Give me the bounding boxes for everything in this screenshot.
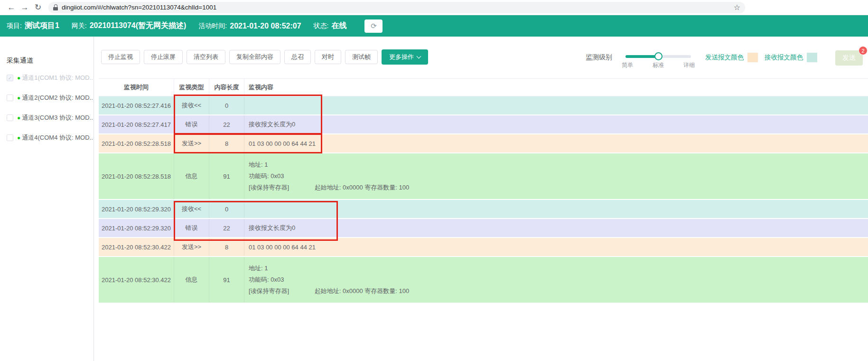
cell-content: 地址: 1 功能码: 0x03 [读保持寄存器] 起始地址: 0x0000 寄存… — [244, 153, 868, 199]
channel-3-checkbox[interactable] — [7, 114, 13, 121]
toolbar: 停止监视 停止滚屏 清空列表 复制全部内容 总召 对时 测试帧 更多操作 — [101, 49, 428, 65]
slider-tick-simple: 简单 — [622, 61, 633, 69]
channel-1-checkbox[interactable]: ✓ — [7, 75, 13, 81]
browser-chrome: ← → ↻ dingiiot.com/#/chlwatch?sn=2021011… — [0, 0, 868, 15]
cell-time: 2021-01-20 08:52:27.417 — [99, 115, 174, 133]
channel-2-label: 通道2(COM2 协议: MOD... — [22, 94, 93, 102]
bookmark-star-icon[interactable]: ☆ — [734, 3, 740, 12]
cell-type: 信息 — [174, 257, 209, 303]
channel-2-checkbox[interactable] — [7, 95, 13, 101]
cell-content — [244, 96, 868, 114]
cell-length: 22 — [209, 219, 244, 237]
status-value: 在线 — [331, 21, 346, 31]
cell-length: 8 — [209, 238, 244, 256]
cell-time: 2021-01-20 08:52:27.416 — [99, 96, 174, 114]
cell-time: 2021-01-20 08:52:29.320 — [99, 219, 174, 237]
cell-type: 错误 — [174, 219, 209, 237]
monitor-level-label: 监测级别 — [586, 53, 612, 62]
forward-icon[interactable]: → — [18, 1, 31, 14]
info-function-code: 功能码: 0x03 — [249, 276, 865, 284]
cell-type: 发送>> — [174, 238, 209, 256]
info-content: 地址: 1 功能码: 0x03 [读保持寄存器] 起始地址: 0x0000 寄存… — [249, 161, 865, 192]
table-row: 2021-01-20 08:52:27.416 接收<< 0 — [99, 96, 868, 115]
header-watch-content: 监视内容 — [244, 79, 868, 96]
info-register-detail: 起始地址: 0x0000 寄存器数量: 100 — [315, 287, 409, 294]
cell-length: 91 — [209, 153, 244, 199]
channel-3-label: 通道3(COM3 协议: MOD... — [22, 114, 93, 122]
slider-fill — [625, 55, 658, 58]
table-row: 2021-01-20 08:52:29.320 错误 22 接收报文长度为0 — [99, 219, 868, 238]
cell-content: 01 03 00 00 00 64 44 21 — [244, 238, 868, 256]
table-row: 2021-01-20 08:52:30.422 发送>> 8 01 03 00 … — [99, 238, 868, 257]
cell-content: 接收报文长度为0 — [244, 115, 868, 133]
cell-length: 8 — [209, 134, 244, 152]
recv-color-swatch[interactable] — [807, 53, 817, 62]
slider-handle[interactable] — [654, 52, 663, 60]
table-row: 2021-01-20 08:52:27.417 错误 22 接收报文长度为0 — [99, 115, 868, 134]
table-row: 2021-01-20 08:52:30.422 信息 91 地址: 1 功能码:… — [99, 257, 868, 304]
sidebar-item-channel-3[interactable]: ● 通道3(COM3 协议: MOD... — [7, 114, 93, 122]
sidebar-item-channel-4[interactable]: ● 通道4(COM4 协议: MOD... — [7, 133, 93, 142]
gateway-value: 20210113074(暂无网关描述) — [90, 21, 187, 31]
cell-type: 接收<< — [174, 200, 209, 218]
gateway-label: 网关: — [72, 22, 87, 30]
more-actions-button[interactable]: 更多操作 — [382, 49, 428, 65]
active-time-label: 活动时间: — [198, 22, 227, 30]
time-sync-button[interactable]: 对时 — [315, 50, 341, 64]
info-function-code: 功能码: 0x03 — [249, 172, 865, 180]
more-actions-label: 更多操作 — [389, 53, 414, 61]
reload-icon[interactable]: ↻ — [31, 1, 45, 14]
url-bar[interactable]: dingiiot.com/#/chlwatch?sn=20210113074&c… — [48, 2, 745, 13]
packet-color-legend: 发送报文颜色 接收报文颜色 — [705, 53, 824, 62]
cell-type: 信息 — [174, 153, 209, 199]
sidebar-item-channel-2[interactable]: ● 通道2(COM2 协议: MOD... — [7, 94, 93, 102]
monitor-level-slider[interactable]: 简单 标准 详细 — [625, 51, 691, 67]
table-row: 2021-01-20 08:52:29.320 接收<< 0 — [99, 200, 868, 219]
sidebar-title: 采集通道 — [7, 57, 93, 65]
info-address: 地址: 1 — [249, 264, 865, 273]
send-button-wrap: 发送 2 — [835, 50, 863, 66]
cell-time: 2021-01-20 08:52:29.320 — [99, 200, 174, 218]
cell-content: 01 03 00 00 00 64 44 21 — [244, 134, 868, 152]
refresh-button[interactable]: ⟳ — [364, 19, 383, 33]
copy-all-button[interactable]: 复制全部内容 — [229, 50, 280, 64]
cell-time: 2021-01-20 08:52:30.422 — [99, 238, 174, 256]
slider-ticks: 简单 标准 详细 — [625, 61, 691, 68]
project-label: 项目: — [7, 22, 22, 30]
slider-tick-detail: 详细 — [683, 61, 695, 69]
refresh-icon: ⟳ — [371, 22, 377, 30]
info-register: [读保持寄存器] 起始地址: 0x0000 寄存器数量: 100 — [249, 183, 865, 192]
back-icon[interactable]: ← — [5, 1, 18, 14]
project-value: 测试项目1 — [25, 21, 59, 31]
info-address: 地址: 1 — [249, 161, 865, 169]
slider-tick-standard: 标准 — [653, 61, 664, 69]
clear-list-button[interactable]: 清空列表 — [187, 50, 225, 64]
send-color-swatch[interactable] — [747, 53, 758, 62]
general-call-button[interactable]: 总召 — [284, 50, 311, 64]
stop-scroll-button[interactable]: 停止滚屏 — [144, 50, 183, 64]
lock-icon — [53, 4, 58, 10]
channel-1-label: 通道1(COM1 协议: MOD... — [22, 74, 93, 82]
cell-length: 91 — [209, 257, 244, 303]
recv-color-label: 接收报文颜色 — [765, 53, 803, 62]
channel-4-checkbox[interactable] — [7, 134, 13, 141]
table-header-row: 监视时间 监视类型 内容长度 监视内容 — [99, 78, 868, 96]
status-label: 状态: — [314, 22, 329, 30]
header-watch-time: 监视时间 — [99, 79, 174, 96]
info-register-bracket: [读保持寄存器] — [249, 184, 289, 191]
cell-time: 2021-01-20 08:52:30.422 — [99, 257, 174, 303]
cell-content: 地址: 1 功能码: 0x03 [读保持寄存器] 起始地址: 0x0000 寄存… — [244, 257, 868, 303]
channel-1-status-dot: ● — [17, 75, 20, 81]
test-frame-button[interactable]: 测试帧 — [345, 50, 378, 64]
header-watch-type: 监视类型 — [174, 79, 209, 96]
stop-watch-button[interactable]: 停止监视 — [101, 50, 140, 64]
cell-type: 发送>> — [174, 134, 209, 152]
cell-time: 2021-01-20 08:52:28.518 — [99, 153, 174, 199]
cell-length: 0 — [209, 200, 244, 218]
cell-type: 接收<< — [174, 96, 209, 114]
table-row: 2021-01-20 08:52:28.518 信息 91 地址: 1 功能码:… — [99, 153, 868, 200]
sidebar-item-channel-1[interactable]: ✓ ● 通道1(COM1 协议: MOD... — [7, 74, 93, 82]
url-text[interactable]: dingiiot.com/#/chlwatch?sn=20210113074&c… — [62, 4, 730, 11]
info-register-bracket: [读保持寄存器] — [249, 287, 289, 294]
chevron-down-icon — [417, 54, 421, 58]
